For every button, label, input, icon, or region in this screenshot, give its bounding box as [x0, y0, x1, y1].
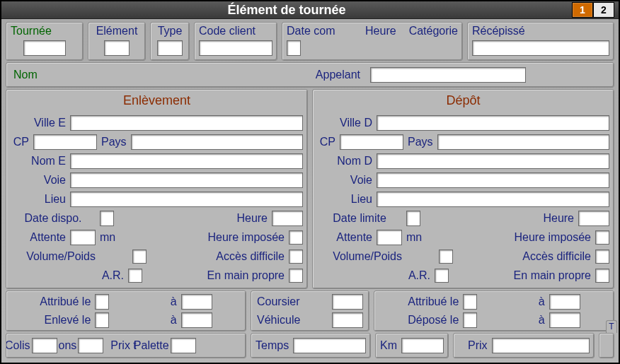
dep-datelim-input[interactable]	[406, 211, 420, 226]
enleve-a-input[interactable]	[181, 312, 212, 328]
prix-label: Prix	[468, 339, 488, 352]
a3-label: à	[539, 295, 545, 308]
enl-heure-input[interactable]	[272, 211, 303, 226]
enleve-le-input[interactable]	[95, 312, 109, 328]
dep-cp-input[interactable]	[340, 134, 403, 150]
dep-pays-label: Pays	[408, 136, 433, 148]
enl-enmain-check[interactable]	[289, 269, 303, 283]
depose-a-input[interactable]	[549, 312, 580, 328]
window-title: Élément de tournée	[1, 3, 572, 18]
depot-panel: Dépôt Ville D CP Pays Nom D Voie Lieu Da…	[312, 89, 614, 289]
enl-acces-check[interactable]	[289, 249, 303, 264]
dep-volpoids-check[interactable]	[439, 249, 453, 264]
dep-enmain-label: En main propre	[514, 269, 591, 282]
dep-acces-check[interactable]	[595, 249, 609, 264]
temps-label: Temps	[256, 339, 289, 352]
vehicule-label: Véhicule	[257, 314, 300, 327]
heure-label: Heure	[365, 25, 396, 37]
element-input[interactable]	[104, 40, 130, 56]
enl-heureimp-check[interactable]	[289, 230, 303, 245]
km-label: Km	[380, 339, 397, 352]
enl-nom-input[interactable]	[70, 153, 303, 169]
categorie-label: Catégorie	[409, 25, 458, 37]
code-client-input[interactable]	[199, 40, 272, 56]
dep-acces-label: Accès difficile	[522, 250, 591, 263]
enl-heure-label: Heure	[236, 212, 268, 225]
vehicule-input[interactable]	[332, 312, 363, 328]
coursier-label: Coursier	[257, 295, 299, 308]
coursier-input[interactable]	[332, 294, 363, 310]
date-com-input[interactable]	[287, 40, 301, 56]
enl-lieu-input[interactable]	[70, 192, 303, 207]
temps-input[interactable]	[293, 338, 366, 353]
attribue-le-input[interactable]	[95, 294, 109, 310]
type-input[interactable]	[157, 40, 183, 56]
enl-ville-input[interactable]	[70, 115, 303, 131]
dep-voie-label: Voie	[317, 174, 372, 187]
attribue2-le-label: Attribué le	[408, 295, 459, 308]
palette-input[interactable]	[171, 338, 196, 353]
attribue2-le-input[interactable]	[463, 294, 477, 310]
tab-1[interactable]: 1	[572, 2, 593, 18]
attribue2-a-input[interactable]	[549, 294, 580, 310]
enl-attente-label: Attente	[11, 231, 66, 244]
enl-attente-input[interactable]	[70, 230, 96, 245]
titlebar: Élément de tournée 1 2	[1, 1, 619, 19]
dep-mn-label: mn	[406, 231, 422, 244]
enl-datedispo-label: Date dispo.	[11, 212, 96, 225]
dep-lieu-input[interactable]	[377, 192, 609, 207]
poids-tag[interactable]: T	[606, 320, 617, 333]
attribue-a-input[interactable]	[181, 294, 212, 310]
a4-label: à	[539, 314, 545, 327]
enl-ville-label: Ville E	[11, 117, 66, 129]
appelant-input[interactable]	[370, 67, 526, 83]
attribue-le-label: Attribué le	[40, 295, 91, 308]
prix-input[interactable]	[492, 338, 590, 353]
tab-2[interactable]: 2	[593, 2, 614, 18]
a1-label: à	[171, 295, 177, 308]
dep-lieu-label: Lieu	[317, 193, 372, 206]
dep-pays-input[interactable]	[437, 134, 609, 150]
date-com-label: Date com	[287, 25, 335, 37]
depot-title: Dépôt	[446, 93, 480, 107]
element-label: Elément	[96, 25, 138, 37]
dep-ar-check[interactable]	[435, 269, 449, 283]
enl-lieu-label: Lieu	[11, 193, 66, 206]
enl-datedispo-input[interactable]	[100, 211, 114, 226]
view-tabs: 1 2	[572, 2, 619, 18]
depose-le-input[interactable]	[463, 312, 477, 328]
ons-label: ons	[59, 339, 77, 352]
dep-heure-input[interactable]	[578, 211, 609, 226]
dep-voie-input[interactable]	[377, 172, 609, 188]
nom-label: Nom	[13, 69, 38, 81]
enl-mn-label: mn	[100, 231, 115, 244]
dep-heure-label: Heure	[543, 212, 574, 225]
type-label: Type	[158, 25, 183, 37]
window: Élément de tournée 1 2 Tournée Elément T…	[0, 0, 620, 364]
enl-ar-check[interactable]	[128, 269, 142, 283]
enleve-le-label: Enlevé le	[44, 314, 91, 327]
km-input[interactable]	[401, 338, 444, 353]
dep-enmain-check[interactable]	[595, 269, 609, 283]
dep-attente-input[interactable]	[377, 230, 402, 245]
colis-label: Colis	[6, 339, 30, 352]
recepisse-label: Récépissé	[472, 25, 525, 37]
dep-heureimp-check[interactable]	[595, 230, 609, 245]
dep-ville-input[interactable]	[377, 115, 609, 131]
enl-volpoids-check[interactable]	[132, 249, 147, 264]
recepisse-input[interactable]	[472, 40, 609, 56]
depose-le-label: Déposé le	[408, 314, 459, 327]
dep-heureimp-label: Heure imposée	[515, 231, 592, 244]
enl-voie-label: Voie	[11, 174, 66, 187]
colis-input[interactable]	[32, 338, 57, 353]
enl-voie-input[interactable]	[70, 172, 303, 188]
enl-pays-input[interactable]	[131, 134, 303, 150]
tournee-input[interactable]	[23, 40, 66, 56]
dep-cp-label: CP	[317, 136, 335, 148]
dep-nom-input[interactable]	[377, 153, 609, 169]
a2-label: à	[171, 314, 177, 327]
ons-input[interactable]	[78, 338, 103, 353]
enl-cp-input[interactable]	[33, 134, 97, 150]
enl-acces-label: Accès difficile	[216, 250, 285, 263]
dep-ville-label: Ville D	[317, 117, 372, 129]
